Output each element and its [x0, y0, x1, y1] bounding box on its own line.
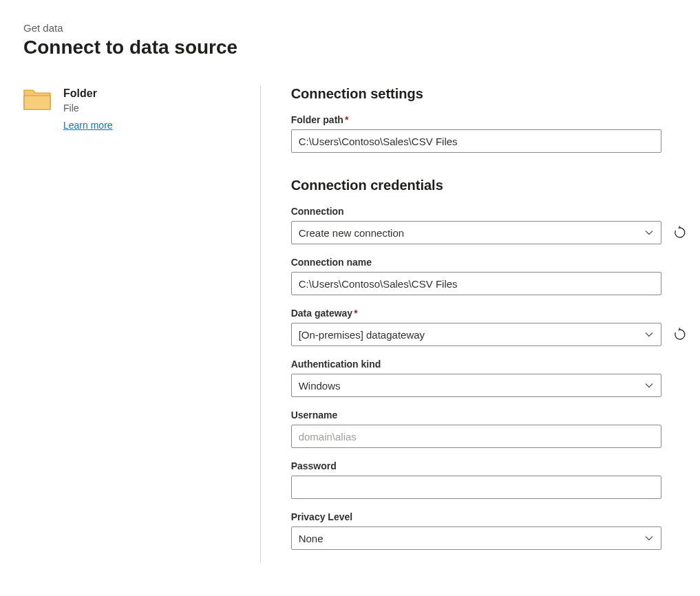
privacy-level-select-value: None: [299, 533, 324, 544]
page-title: Connect to data source: [23, 36, 700, 58]
refresh-icon: [673, 226, 687, 240]
chevron-down-icon: [644, 381, 654, 390]
data-gateway-refresh-button[interactable]: [672, 327, 688, 342]
auth-kind-label: Authentication kind: [291, 359, 700, 370]
password-input[interactable]: [291, 476, 661, 499]
connection-name-input[interactable]: [291, 272, 661, 295]
auth-kind-select[interactable]: Windows: [291, 374, 661, 397]
username-input[interactable]: [291, 425, 661, 448]
chevron-down-icon: [644, 228, 654, 237]
auth-kind-select-value: Windows: [299, 380, 341, 392]
connection-label: Connection: [291, 206, 700, 217]
chevron-down-icon: [644, 330, 654, 339]
settings-panel: Connection settings Folder path* Connect…: [260, 86, 700, 562]
connection-name-label: Connection name: [291, 257, 700, 268]
password-label: Password: [291, 460, 700, 471]
connection-credentials-heading: Connection credentials: [291, 178, 700, 193]
connector-panel: Folder File Learn more: [23, 86, 260, 562]
data-gateway-select-value: [On-premises] datagateway: [299, 329, 425, 341]
connection-refresh-button[interactable]: [672, 225, 688, 240]
refresh-icon: [673, 328, 687, 341]
learn-more-link[interactable]: Learn more: [63, 120, 113, 131]
connection-select-value: Create new connection: [299, 227, 404, 239]
connection-settings-heading: Connection settings: [291, 86, 700, 102]
folder-icon: [23, 87, 51, 111]
privacy-level-select[interactable]: None: [291, 526, 661, 550]
data-gateway-select[interactable]: [On-premises] datagateway: [291, 323, 661, 346]
chevron-down-icon: [644, 533, 654, 543]
connector-type: File: [63, 101, 113, 116]
data-gateway-label: Data gateway*: [291, 308, 700, 319]
folder-path-label: Folder path*: [291, 114, 700, 125]
folder-path-input[interactable]: [291, 129, 661, 153]
privacy-level-label: Privacy Level: [291, 511, 700, 522]
connector-name: Folder: [63, 86, 113, 101]
username-label: Username: [291, 409, 700, 421]
connection-select[interactable]: Create new connection: [291, 221, 661, 244]
breadcrumb: Get data: [23, 22, 700, 34]
